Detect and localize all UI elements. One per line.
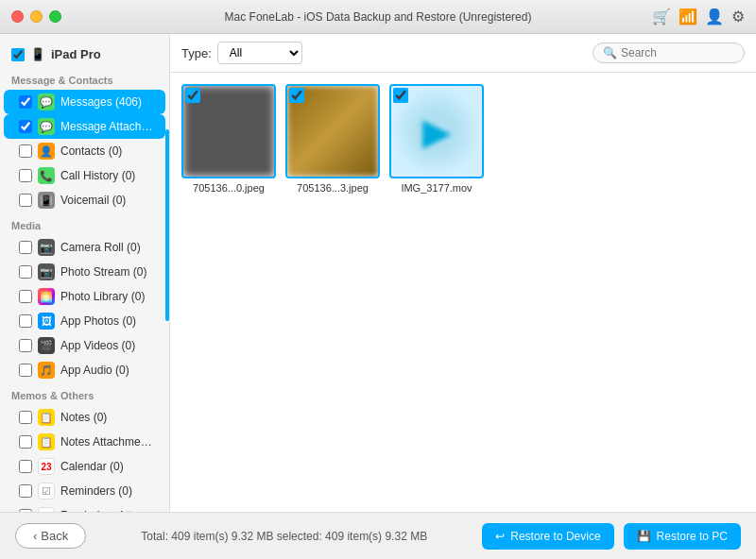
contacts-label: Contacts (0) <box>60 144 122 158</box>
sidebar-item-app-videos[interactable]: 🎬 App Videos (0) <box>4 333 165 358</box>
file-thumb-wrapper <box>285 84 380 178</box>
user-icon[interactable]: 👤 <box>705 8 724 25</box>
list-item[interactable]: ▶ IMG_3177.mov <box>389 84 484 194</box>
voicemail-checkbox[interactable] <box>19 194 32 207</box>
app-photos-checkbox[interactable] <box>19 314 32 328</box>
file-thumb-wrapper <box>181 84 276 178</box>
restore-pc-icon: 💾 <box>637 530 651 543</box>
voicemail-icon: 📳 <box>38 192 55 209</box>
calendar-label: Calendar (0) <box>60 460 124 473</box>
action-buttons: ↩ Restore to Device 💾 Restore to PC <box>482 523 741 550</box>
call-history-checkbox[interactable] <box>19 169 32 182</box>
cart-icon[interactable]: 🛒 <box>652 8 671 25</box>
restore-device-icon: ↩ <box>495 530 505 543</box>
photo-library-icon: 🌅 <box>38 288 55 305</box>
type-selector: Type: All Images Videos <box>181 42 302 64</box>
list-item[interactable]: 705136...0.jpeg <box>181 84 276 194</box>
calendar-icon: 23 <box>38 458 55 475</box>
sidebar: 📱 iPad Pro Message & Contacts 💬 Messages… <box>0 34 170 512</box>
restore-device-button[interactable]: ↩ Restore to Device <box>482 523 613 550</box>
sidebar-item-reminders-attachments[interactable]: ☑ Reminders Attachme... <box>4 503 165 512</box>
reminders-checkbox[interactable] <box>19 484 32 498</box>
bottom-bar: ‹ Back Total: 409 item(s) 9.32 MB select… <box>0 512 756 559</box>
file-name: IMG_3177.mov <box>401 182 472 194</box>
photo-stream-checkbox[interactable] <box>19 265 32 279</box>
reminders-attachments-checkbox[interactable] <box>19 509 32 512</box>
notes-checkbox[interactable] <box>19 411 32 424</box>
reminders-icon: ☑ <box>38 483 55 500</box>
window-controls[interactable] <box>11 10 61 23</box>
close-button[interactable] <box>11 10 24 23</box>
app-audio-label: App Audio (0) <box>60 364 129 377</box>
section-message-contacts: Message & Contacts <box>0 67 169 90</box>
sidebar-item-camera-roll[interactable]: 📷 Camera Roll (0) <box>4 235 165 260</box>
app-videos-checkbox[interactable] <box>19 339 32 352</box>
sidebar-item-message-attachments[interactable]: 💬 Message Attachment... <box>4 114 165 139</box>
messages-label: Messages (406) <box>60 95 142 109</box>
photo-stream-label: Photo Stream (0) <box>60 265 146 279</box>
sidebar-item-messages[interactable]: 💬 Messages (406) <box>4 90 165 114</box>
calendar-checkbox[interactable] <box>19 460 32 473</box>
list-item[interactable]: 705136...3.jpeg <box>285 84 380 194</box>
section-media: Media <box>0 212 169 235</box>
reminders-label: Reminders (0) <box>60 484 132 498</box>
search-box[interactable]: 🔍 <box>593 42 745 63</box>
minimize-button[interactable] <box>30 10 43 23</box>
notes-label: Notes (0) <box>60 411 107 424</box>
reminders-attachments-icon: ☑ <box>38 507 55 512</box>
message-attachments-icon: 💬 <box>38 118 55 135</box>
device-item[interactable]: 📱 iPad Pro <box>0 42 169 67</box>
app-photos-icon: 🖼 <box>38 313 55 330</box>
photo-library-checkbox[interactable] <box>19 290 32 303</box>
message-attachments-checkbox[interactable] <box>19 120 32 133</box>
sidebar-item-voicemail[interactable]: 📳 Voicemail (0) <box>4 188 165 212</box>
sidebar-item-calendar[interactable]: 23 Calendar (0) <box>4 454 165 479</box>
file-name: 705136...0.jpeg <box>193 182 265 194</box>
sidebar-item-contacts[interactable]: 👤 Contacts (0) <box>4 139 165 163</box>
search-input[interactable] <box>621 46 734 59</box>
settings-icon[interactable]: ⚙ <box>731 8 745 25</box>
file-checkbox[interactable] <box>289 88 304 103</box>
messages-icon: 💬 <box>38 93 55 110</box>
notes-icon: 📋 <box>38 409 55 426</box>
sidebar-item-photo-stream[interactable]: 📷 Photo Stream (0) <box>4 260 165 284</box>
voicemail-label: Voicemail (0) <box>60 194 126 207</box>
type-dropdown[interactable]: All Images Videos <box>217 42 302 64</box>
contacts-checkbox[interactable] <box>19 144 32 158</box>
messages-checkbox[interactable] <box>19 95 32 109</box>
maximize-button[interactable] <box>49 10 61 23</box>
sidebar-item-app-audio[interactable]: 🎵 App Audio (0) <box>4 358 165 382</box>
device-checkbox[interactable] <box>11 48 25 61</box>
titlebar-icons: 🛒 📶 👤 ⚙ <box>652 8 745 25</box>
wifi-icon: 📶 <box>679 8 697 25</box>
file-checkbox[interactable] <box>185 88 200 103</box>
file-grid: 705136...0.jpeg 705136...3.jpeg ▶ <box>170 73 756 512</box>
restore-device-label: Restore to Device <box>510 530 600 543</box>
back-button[interactable]: ‹ Back <box>15 523 86 549</box>
sidebar-item-notes-attachments[interactable]: 📋 Notes Attachments (0) <box>4 430 165 454</box>
photo-library-label: Photo Library (0) <box>60 290 145 303</box>
camera-roll-icon: 📷 <box>38 239 55 256</box>
sidebar-item-notes[interactable]: 📋 Notes (0) <box>4 405 165 430</box>
contacts-icon: 👤 <box>38 143 55 160</box>
file-checkbox[interactable] <box>393 88 408 103</box>
restore-pc-label: Restore to PC <box>657 530 728 543</box>
app-audio-checkbox[interactable] <box>19 364 32 377</box>
camera-roll-checkbox[interactable] <box>19 241 32 254</box>
file-thumb-wrapper: ▶ <box>389 84 484 178</box>
back-chevron-icon: ‹ <box>33 529 37 543</box>
sidebar-item-reminders[interactable]: ☑ Reminders (0) <box>4 479 165 503</box>
file-name: 705136...3.jpeg <box>297 182 369 194</box>
app-videos-label: App Videos (0) <box>60 339 135 352</box>
sidebar-item-call-history[interactable]: 📞 Call History (0) <box>4 163 165 188</box>
sidebar-item-photo-library[interactable]: 🌅 Photo Library (0) <box>4 284 165 309</box>
video-icon: ▶ <box>422 110 452 153</box>
sidebar-item-app-photos[interactable]: 🖼 App Photos (0) <box>4 309 165 333</box>
restore-pc-button[interactable]: 💾 Restore to PC <box>624 523 741 550</box>
app-audio-icon: 🎵 <box>38 362 55 379</box>
notes-attachments-label: Notes Attachments (0) <box>60 435 154 449</box>
content-area: Type: All Images Videos 🔍 <box>170 34 756 512</box>
back-label: Back <box>41 529 68 543</box>
notes-attachments-checkbox[interactable] <box>19 435 32 449</box>
photo-stream-icon: 📷 <box>38 263 55 280</box>
